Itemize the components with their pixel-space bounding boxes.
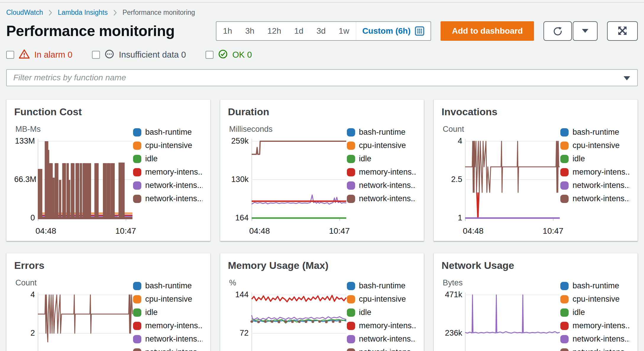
legend-item[interactable]: network-intens... (133, 194, 203, 203)
legend-item[interactable]: cpu-intensive (347, 141, 416, 150)
dropdown-caret-icon[interactable] (624, 76, 630, 80)
ok-checkbox[interactable] (206, 51, 213, 59)
legend-item[interactable]: bash-runtime (560, 128, 630, 137)
legend-item[interactable]: memory-intens... (133, 321, 203, 330)
top-divider (0, 0, 644, 3)
time-range-12h[interactable]: 12h (261, 22, 288, 40)
legend-swatch-icon (347, 308, 355, 317)
legend-label: network-intens... (572, 334, 630, 344)
fullscreen-button[interactable] (607, 21, 638, 41)
legend-item[interactable]: bash-runtime (560, 281, 630, 290)
legend-item[interactable]: idle (560, 154, 630, 163)
time-range-1w[interactable]: 1w (332, 22, 356, 40)
in-alarm-checkbox[interactable] (6, 51, 14, 59)
chart-plot[interactable] (252, 138, 346, 224)
legend-item[interactable]: cpu-intensive (347, 295, 416, 304)
legend-item[interactable]: idle (560, 308, 630, 317)
legend-item[interactable]: idle (347, 154, 416, 163)
insufficient-data-checkbox[interactable] (92, 51, 100, 59)
in-alarm-label: In alarm (34, 50, 65, 59)
refresh-button[interactable] (543, 21, 572, 41)
legend-item[interactable]: network-intens... (133, 334, 203, 344)
legend-item[interactable]: bash-runtime (133, 128, 203, 137)
legend-item[interactable]: network-intens... (133, 181, 203, 190)
legend-item[interactable]: network-intens... (133, 348, 203, 351)
legend-item[interactable]: bash-runtime (347, 281, 416, 290)
legend-label: idle (145, 154, 158, 163)
legend-item[interactable]: cpu-intensive (560, 141, 630, 150)
legend-item[interactable]: network-intens... (560, 348, 630, 351)
filter-metrics-input[interactable] (6, 69, 638, 86)
fullscreen-expand-icon (617, 25, 628, 37)
x-axis-tick-end: 10:47 (543, 226, 563, 236)
legend-item[interactable]: memory-intens... (347, 168, 416, 177)
legend-item[interactable]: cpu-intensive (133, 141, 203, 150)
caret-down-icon (581, 28, 589, 34)
refresh-icon (552, 25, 563, 37)
chart-plot[interactable] (252, 291, 346, 351)
legend-swatch-icon (133, 128, 141, 136)
refresh-options-button[interactable] (573, 21, 598, 41)
in-alarm-count: 0 (68, 50, 72, 59)
x-axis-tick-end: 10:47 (329, 226, 350, 236)
chart-unit-label: % (229, 278, 347, 287)
y-axis-tick: 133M (14, 136, 35, 146)
legend-item[interactable]: cpu-intensive (133, 295, 203, 304)
legend-swatch-icon (347, 168, 355, 176)
time-range-3h[interactable]: 3h (239, 22, 261, 40)
header-controls: 1h3h12h1d3d1wCustom (6h) Add to dashboar… (216, 21, 638, 41)
breadcrumb-link-cloudwatch[interactable]: CloudWatch (6, 9, 43, 17)
chart-card: Function CostMB-Ms133M66.3M004:4810:47ba… (6, 99, 211, 241)
legend-label: memory-intens... (145, 321, 203, 330)
legend-item[interactable]: memory-intens... (560, 321, 630, 330)
legend-item[interactable]: memory-intens... (347, 321, 416, 330)
chart-title: Errors (14, 260, 203, 271)
legend-item[interactable]: network-intens... (560, 181, 630, 190)
breadcrumb-current: Performance monitoring (122, 9, 195, 17)
legend-label: cpu-intensive (359, 295, 406, 304)
legend-item[interactable]: memory-intens... (133, 168, 203, 177)
legend-swatch-icon (133, 168, 141, 176)
chart-card: DurationMilliseconds259k130k16404:4810:4… (220, 99, 424, 241)
chart-grid: Function CostMB-Ms133M66.3M004:4810:47ba… (6, 99, 638, 351)
legend-item[interactable]: network-intens... (347, 348, 416, 351)
time-range-1h[interactable]: 1h (216, 22, 239, 40)
legend-swatch-icon (560, 308, 569, 317)
metric-filter (6, 69, 638, 86)
legend-label: network-intens... (145, 334, 203, 344)
chart-legend: bash-runtimecpu-intensiveidlememory-inte… (347, 125, 416, 237)
filter-ok: OK 0 (206, 49, 252, 60)
chart-plot[interactable] (38, 291, 132, 351)
alarm-filter-row: In alarm 0 Insufficient data 0 O (6, 49, 638, 60)
breadcrumb-link-lambda-insights[interactable]: Lambda Insights (58, 9, 108, 17)
legend-item[interactable]: idle (133, 154, 203, 163)
chart-plot[interactable] (465, 291, 560, 351)
legend-item[interactable]: memory-intens... (560, 168, 630, 177)
legend-label: bash-runtime (145, 128, 192, 137)
legend-item[interactable]: idle (347, 308, 416, 317)
chart-plot[interactable] (465, 138, 560, 224)
legend-item[interactable]: bash-runtime (347, 128, 416, 137)
legend-swatch-icon (560, 181, 569, 190)
chart-card: Memory Usage (Max)%1447204:4810:47bash-r… (220, 253, 424, 351)
y-axis-tick: 66.3M (14, 175, 35, 184)
legend-item[interactable]: cpu-intensive (560, 295, 630, 304)
legend-label: bash-runtime (359, 128, 406, 137)
legend-label: network-intens... (145, 194, 203, 203)
x-axis-tick-start: 04:48 (249, 226, 270, 236)
legend-item[interactable]: network-intens... (347, 194, 416, 203)
legend-item[interactable]: bash-runtime (133, 281, 203, 290)
legend-item[interactable]: idle (133, 308, 203, 317)
legend-item[interactable]: network-intens... (560, 194, 630, 203)
add-to-dashboard-button[interactable]: Add to dashboard (441, 21, 534, 41)
chart-plot[interactable] (38, 138, 132, 224)
legend-label: memory-intens... (572, 168, 630, 177)
legend-item[interactable]: network-intens... (560, 334, 630, 344)
time-range-3d[interactable]: 3d (310, 22, 332, 40)
time-range-1d[interactable]: 1d (288, 22, 310, 40)
y-axis-tick: 144 (228, 290, 249, 299)
legend-item[interactable]: network-intens... (347, 181, 416, 190)
time-range-custom[interactable]: Custom (6h) (356, 26, 431, 36)
chart-title: Network Usage (441, 260, 630, 271)
legend-item[interactable]: network-intens... (347, 334, 416, 344)
